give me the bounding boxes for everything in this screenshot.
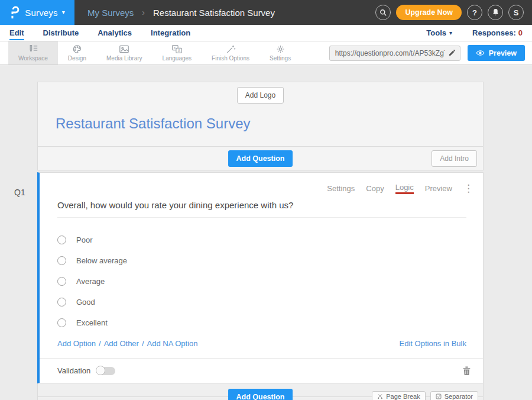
delete-question-button[interactable]: [462, 366, 471, 376]
upgrade-now-button[interactable]: Upgrade Now: [396, 5, 462, 20]
toolbar-right: https://questionpro.com/t/AP53kZgTv Prev…: [329, 41, 532, 64]
survey-container: Add Logo Restaurant Satisfaction Survey …: [37, 82, 484, 400]
toolbar-item-languages[interactable]: x A Languages: [153, 41, 202, 64]
avatar-initial: S: [514, 8, 519, 17]
question-menu: Settings Copy Logic Preview ⋮: [327, 183, 473, 194]
toggle-knob: [96, 366, 105, 375]
page-break-icon: [377, 393, 383, 399]
radio-button[interactable]: [57, 236, 66, 244]
toolbar-item-label: Finish Options: [212, 55, 249, 62]
question-mark-icon: ?: [472, 8, 477, 17]
top-header: Surveys ▾ My Surveys › Restaurant Satisf…: [0, 0, 532, 25]
toolbar-item-media-library[interactable]: Media Library: [96, 41, 153, 64]
breadcrumb-chevron-icon: ›: [142, 8, 145, 17]
option-row: Excellent: [57, 312, 483, 333]
more-options-icon[interactable]: ⋮: [463, 183, 473, 193]
option-links: Add Option / Add Other / Add NA Option: [57, 339, 198, 348]
responses-count: 0: [518, 28, 523, 37]
tab-distribute[interactable]: Distribute: [43, 26, 79, 40]
search-button[interactable]: [375, 5, 391, 20]
question-preview-link[interactable]: Preview: [425, 184, 452, 193]
radio-button[interactable]: [57, 256, 66, 265]
survey-url-field[interactable]: https://questionpro.com/t/AP53kZgTv: [330, 49, 445, 57]
radio-button[interactable]: [57, 318, 66, 327]
add-logo-button[interactable]: Add Logo: [237, 87, 284, 104]
image-icon: [119, 44, 129, 54]
toolbar-item-label: Media Library: [106, 55, 142, 62]
link-separator: /: [142, 339, 144, 348]
preview-button[interactable]: Preview: [468, 45, 525, 61]
option-label[interactable]: Good: [76, 298, 95, 307]
option-row: Below average: [57, 250, 483, 271]
toolbar-item-finish-options[interactable]: Finish Options: [202, 41, 259, 64]
edit-options-in-bulk-link[interactable]: Edit Options in Bulk: [400, 339, 466, 348]
validation-label: Validation: [57, 366, 90, 375]
add-question-button-top[interactable]: Add Question: [228, 150, 293, 167]
footer-buttons: Page Break Separator: [372, 391, 478, 400]
page-break-button[interactable]: Page Break: [372, 391, 425, 400]
checkbox-check-icon: [436, 393, 442, 399]
bell-icon: [492, 8, 499, 17]
notifications-button[interactable]: [488, 5, 503, 20]
chevron-down-icon: ▾: [62, 9, 65, 15]
add-question-button-bottom[interactable]: Add Question: [228, 389, 293, 400]
toolbar-item-label: Design: [68, 55, 86, 62]
add-other-link[interactable]: Add Other: [104, 339, 139, 348]
translate-icon: x A: [171, 44, 183, 54]
tab-analytics[interactable]: Analytics: [98, 26, 132, 40]
option-label[interactable]: Poor: [76, 236, 92, 244]
pencil-icon: [448, 49, 456, 57]
answer-options: Poor Below average Average Good Excellen…: [57, 230, 483, 333]
responses-label: Responses:: [472, 28, 516, 37]
editor-canvas: Q1 Add Logo Restaurant Satisfaction Surv…: [0, 65, 532, 400]
breadcrumb-my-surveys[interactable]: My Surveys: [87, 8, 134, 18]
help-button[interactable]: ?: [467, 5, 482, 20]
add-na-option-link[interactable]: Add NA Option: [147, 339, 198, 348]
add-intro-button[interactable]: Add Intro: [432, 150, 477, 167]
account-avatar[interactable]: S: [508, 5, 524, 20]
option-row: Poor: [57, 230, 483, 250]
editor-toolbar: Workspace Design Media Library x A: [0, 41, 532, 65]
breadcrumb-current-survey: Restaurant Satisfaction Survey: [153, 8, 275, 18]
tab-integration[interactable]: Integration: [151, 26, 190, 40]
validation-toggle[interactable]: [96, 367, 115, 375]
link-separator: /: [99, 339, 101, 348]
option-label[interactable]: Average: [76, 277, 105, 286]
radio-button[interactable]: [57, 277, 66, 286]
toolbar-item-settings[interactable]: Settings: [259, 41, 301, 64]
nav-right: Tools ▾ Responses:0: [426, 28, 523, 37]
search-icon: [379, 8, 387, 17]
tab-edit[interactable]: Edit: [9, 26, 24, 40]
question-settings-link[interactable]: Settings: [327, 184, 355, 193]
option-links-row: Add Option / Add Other / Add NA Option E…: [57, 339, 466, 348]
add-question-row-bottom: Add Question Page Break: [37, 383, 484, 400]
nav-bar: Edit Distribute Analytics Integration To…: [0, 25, 532, 41]
trash-icon: [462, 366, 471, 376]
add-option-link[interactable]: Add Option: [57, 339, 96, 348]
question-logic-link[interactable]: Logic: [395, 183, 414, 194]
product-switcher[interactable]: Surveys ▾: [0, 0, 74, 25]
toolbar-item-workspace[interactable]: Workspace: [8, 41, 58, 64]
page-break-label: Page Break: [386, 393, 420, 400]
separator-button[interactable]: Separator: [430, 391, 478, 400]
option-label[interactable]: Excellent: [76, 318, 108, 327]
question-copy-link[interactable]: Copy: [366, 184, 384, 193]
separator-label: Separator: [445, 393, 473, 400]
preview-label: Preview: [489, 49, 517, 57]
gear-icon: [275, 44, 286, 54]
survey-title[interactable]: Restaurant Satisfaction Survey: [56, 115, 483, 132]
tools-dropdown[interactable]: Tools ▾: [426, 28, 452, 37]
question-id-label: Q1: [14, 188, 25, 197]
question-text[interactable]: Overall, how would you rate your dining …: [57, 200, 466, 218]
option-row: Average: [57, 271, 483, 292]
header-actions: Upgrade Now ? S: [375, 5, 524, 20]
toolbar-item-label: Settings: [270, 55, 291, 62]
add-question-row-top: Add Question Add Intro: [37, 147, 484, 170]
radio-button[interactable]: [57, 298, 66, 307]
tools-label: Tools: [426, 28, 446, 37]
question-card: Settings Copy Logic Preview ⋮ Overall, h…: [37, 172, 484, 383]
responses-counter[interactable]: Responses:0: [472, 28, 523, 37]
edit-url-button[interactable]: [445, 49, 460, 57]
option-label[interactable]: Below average: [76, 256, 127, 265]
toolbar-item-design[interactable]: Design: [58, 41, 96, 64]
